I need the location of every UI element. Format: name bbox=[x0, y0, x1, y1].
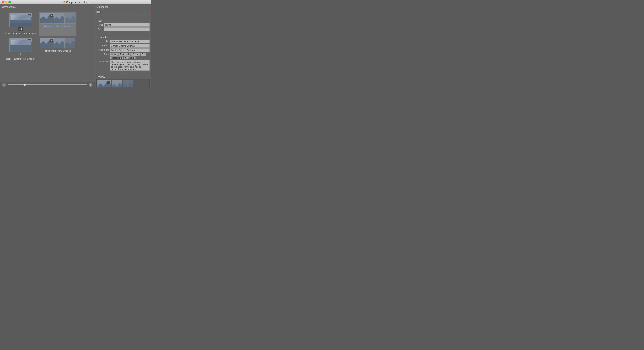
info-tags-label: Tags: bbox=[96, 53, 109, 56]
component-thumbnail-menu-simplex: ✓ bbox=[40, 38, 76, 48]
thumb-main: ✓ bbox=[40, 13, 54, 24]
component-label: Node Thumbnail Pro Silhouette bbox=[6, 32, 36, 35]
desc-text: This menu is responsive using percentage… bbox=[111, 61, 148, 70]
divider-dots-1: · · · · · bbox=[95, 16, 151, 18]
thumb-side-simplex-2 bbox=[65, 38, 76, 48]
delete-category-button[interactable]: ✕ bbox=[146, 10, 150, 14]
main-container: Components ✓ 🖼 Node Thumbnail Pro Sil bbox=[0, 4, 151, 88]
component-item-node-thumbnail-pro-silhouette[interactable]: ✓ 🖼 Node Thumbnail Pro Silhouette bbox=[2, 12, 39, 36]
categories-toolbar: + ✕ bbox=[95, 10, 151, 15]
components-grid: ✓ 🖼 Node Thumbnail Pro Silhouette bbox=[0, 10, 94, 82]
preview-title: Preview bbox=[96, 76, 150, 78]
thumb-main-simplex: ✓ bbox=[40, 38, 54, 48]
thumb-multi-simplex: ✓ bbox=[40, 38, 76, 48]
svg-marker-10 bbox=[10, 40, 32, 52]
component-item-thumbnails-menu-silhouette[interactable]: ✓ bbox=[39, 12, 76, 36]
tag-menu: Menu bbox=[110, 53, 118, 56]
maximize-button-traffic[interactable] bbox=[8, 1, 11, 4]
add-category-button[interactable]: + bbox=[144, 10, 146, 14]
check-badge-menu-simplex: ✓ bbox=[50, 38, 53, 42]
check-badge-simplex: ✓ bbox=[28, 38, 31, 42]
filter-text-input[interactable] bbox=[104, 23, 150, 26]
categories-icon-button[interactable] bbox=[96, 10, 101, 14]
category-list: Built-In User-Defined Gallery Pop-ups bbox=[96, 15, 150, 15]
component-thumbnail: ✓ 🖼 bbox=[10, 13, 32, 31]
info-title-row: Title: Thumbnails Menu Silhouette bbox=[96, 40, 150, 43]
preview-section: Preview ✓ bbox=[95, 75, 151, 88]
thumb-single-simplex: ✓ bbox=[10, 38, 32, 52]
check-badge: ✓ bbox=[28, 14, 31, 18]
svg-rect-20 bbox=[99, 12, 100, 13]
filter-section: Filter Text: Tags: ▼ bbox=[95, 18, 151, 32]
zoom-slider-track bbox=[8, 84, 87, 85]
titlebar-buttons bbox=[2, 1, 11, 4]
info-title-value: Thumbnails Menu Silhouette bbox=[110, 40, 150, 43]
info-description-label: Description: bbox=[96, 60, 109, 63]
dropdown-arrow-icon: ▼ bbox=[147, 28, 149, 30]
zoom-in-icon: + bbox=[90, 84, 92, 86]
filter-tags-row: Tags: ▼ bbox=[96, 28, 150, 31]
info-description-row: Description: This menu is responsive usi… bbox=[96, 60, 150, 70]
thumb-side-2 bbox=[65, 13, 76, 24]
minimize-button-traffic[interactable] bbox=[5, 1, 8, 4]
svg-rect-19 bbox=[99, 11, 100, 12]
preview-thumb-main: ✓ bbox=[98, 80, 111, 88]
tag-pro: Pro bbox=[140, 53, 146, 56]
components-header: Components bbox=[0, 4, 94, 10]
info-title-label: Title: bbox=[96, 40, 109, 42]
image-icon: 🖼 bbox=[18, 27, 24, 31]
information-title: Information bbox=[96, 36, 150, 39]
crosshair-icon: ✛ bbox=[19, 52, 22, 56]
preview-thumb-side-1 bbox=[112, 80, 122, 88]
titlebar: 🏅 Components Toolbox bbox=[0, 0, 151, 4]
thumb-single: ✓ bbox=[10, 13, 32, 27]
close-button-traffic[interactable] bbox=[2, 1, 4, 4]
preview-thumb-side-2 bbox=[122, 80, 133, 88]
info-author-value: Garden Gnome Software bbox=[110, 44, 150, 48]
component-item-node-thumbnail-pro-simplex[interactable]: ✓ ✛ Node Thumbnail Pro Simplex bbox=[2, 36, 39, 62]
tag-thumbnail: Thumbnail bbox=[118, 53, 130, 56]
tags-container: Menu Thumbnail Popup Pro Responsive Silh… bbox=[110, 53, 150, 60]
info-tags-row: Tags: Menu Thumbnail Popup Pro Responsiv… bbox=[96, 53, 150, 60]
information-section: Information Title: Thumbnails Menu Silho… bbox=[95, 35, 151, 72]
svg-rect-2 bbox=[10, 23, 32, 27]
right-panel: Categories + ✕ Built-In bbox=[94, 4, 151, 88]
info-author-label: Author: bbox=[96, 44, 109, 46]
preview-check-badge: ✓ bbox=[107, 81, 110, 84]
filter-tags-label: Tags: bbox=[96, 28, 103, 30]
zoom-in-button[interactable]: + bbox=[88, 83, 92, 87]
zoom-out-button[interactable]: − bbox=[2, 83, 6, 87]
filter-text-row: Text: bbox=[96, 23, 150, 26]
categories-header: Categories bbox=[95, 4, 151, 10]
info-copyright-value: Garden Gnome Software bbox=[110, 48, 150, 52]
filter-tags-select[interactable]: ▼ bbox=[104, 28, 150, 31]
component-item-thumbnails-menu-simplex[interactable]: ✓ bbox=[39, 36, 76, 62]
tag-popup: Popup bbox=[131, 53, 140, 56]
zoom-out-icon: − bbox=[3, 84, 5, 86]
svg-rect-18 bbox=[97, 12, 98, 13]
window-title: 🏅 Components Toolbox bbox=[62, 1, 89, 4]
filter-text-label: Text: bbox=[96, 24, 103, 26]
info-copyright-label: Copyright: bbox=[96, 48, 109, 51]
info-description-value: This menu is responsive using percentage… bbox=[110, 60, 150, 70]
cat-action-buttons: + ✕ bbox=[144, 10, 150, 14]
filter-title: Filter bbox=[96, 20, 150, 22]
info-copyright-row: Copyright: Garden Gnome Software bbox=[96, 48, 150, 52]
thumb-side-1 bbox=[54, 13, 64, 24]
zoom-slider-thumb[interactable] bbox=[24, 84, 26, 86]
thumb-side-simplex-1 bbox=[54, 38, 64, 48]
component-thumbnail-multi: ✓ bbox=[40, 13, 76, 24]
check-badge-multi: ✓ bbox=[50, 14, 53, 18]
component-label-menu-simplex: Thumbnails Menu Simplex bbox=[45, 50, 71, 52]
info-author-row: Author: Garden Gnome Software bbox=[96, 44, 150, 48]
svg-rect-17 bbox=[97, 11, 98, 12]
tag-silhouette: Silhouette bbox=[124, 56, 136, 60]
category-item-built-in[interactable]: Built-In bbox=[96, 15, 150, 15]
left-panel: Components ✓ 🖼 Node Thumbnail Pro Sil bbox=[0, 4, 94, 88]
divider-dots-2: · · · · · bbox=[95, 32, 151, 35]
zoom-slider[interactable] bbox=[8, 84, 87, 85]
component-label-simplex: Node Thumbnail Pro Simplex bbox=[6, 58, 35, 60]
divider-dots-3: · · · · · bbox=[95, 72, 151, 75]
tag-responsive: Responsive bbox=[110, 56, 123, 60]
component-label-menu-silhouette: Thumbnails Menu Silhouette bbox=[44, 25, 72, 27]
